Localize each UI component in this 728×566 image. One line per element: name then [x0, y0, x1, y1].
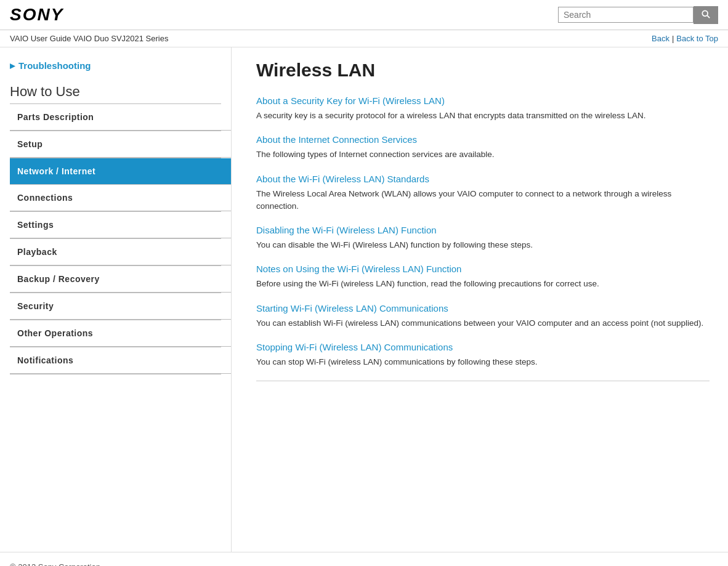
- sidebar-item-parts-description[interactable]: Parts Description: [10, 104, 231, 131]
- nav-links: Back | Back to Top: [652, 34, 718, 43]
- section-link-2[interactable]: About the Wi-Fi (Wireless LAN) Standards: [256, 174, 710, 184]
- section-desc-2: The Wireless Local Area Network (WLAN) a…: [256, 188, 710, 213]
- section-entry-5: Starting Wi-Fi (Wireless LAN) Communicat…: [256, 303, 710, 329]
- section-entry-6: Stopping Wi-Fi (Wireless LAN) Communicat…: [256, 342, 710, 368]
- svg-point-0: [702, 10, 708, 16]
- sidebar-item-backup-recovery[interactable]: Backup / Recovery: [10, 266, 231, 293]
- footer: © 2012 Sony Corporation: [0, 552, 728, 566]
- section-link-3[interactable]: Disabling the Wi-Fi (Wireless LAN) Funct…: [256, 225, 710, 235]
- copyright-text: © 2012 Sony Corporation: [10, 562, 100, 566]
- content-bottom-divider: [256, 381, 710, 381]
- search-area: [558, 6, 718, 24]
- sidebar-divider-9: [10, 374, 221, 374]
- section-desc-5: You can establish Wi-Fi (wireless LAN) c…: [256, 317, 710, 329]
- section-link-4[interactable]: Notes on Using the Wi-Fi (Wireless LAN) …: [256, 264, 710, 274]
- svg-line-1: [707, 15, 710, 18]
- section-entry-4: Notes on Using the Wi-Fi (Wireless LAN) …: [256, 264, 710, 290]
- section-entry-0: About a Security Key for Wi-Fi (Wireless…: [256, 95, 710, 122]
- sidebar-item-connections[interactable]: Connections: [10, 185, 231, 211]
- page-title: Wireless LAN: [256, 60, 710, 81]
- back-to-top-link[interactable]: Back to Top: [676, 34, 718, 43]
- sidebar-item-security[interactable]: Security: [10, 293, 231, 320]
- sidebar-item-other-operations[interactable]: Other Operations: [10, 320, 231, 347]
- sidebar: ▸ Troubleshooting How to Use Parts Descr…: [0, 47, 232, 552]
- breadcrumb-bar: VAIO User Guide VAIO Duo SVJ2021 Series …: [0, 30, 728, 47]
- breadcrumb-text: VAIO User Guide VAIO Duo SVJ2021 Series: [10, 34, 168, 43]
- sidebar-items: Parts DescriptionSetupNetwork / Internet…: [10, 104, 231, 374]
- search-icon: [702, 10, 710, 18]
- section-link-5[interactable]: Starting Wi-Fi (Wireless LAN) Communicat…: [256, 303, 710, 313]
- section-link-0[interactable]: About a Security Key for Wi-Fi (Wireless…: [256, 95, 710, 106]
- main-layout: ▸ Troubleshooting How to Use Parts Descr…: [0, 47, 728, 552]
- section-desc-1: The following types of Internet connecti…: [256, 148, 710, 161]
- sections-container: About a Security Key for Wi-Fi (Wireless…: [256, 95, 710, 368]
- sony-logo: SONY: [10, 5, 63, 25]
- nav-separator: |: [672, 34, 674, 43]
- troubleshooting-link[interactable]: ▸ Troubleshooting: [10, 60, 231, 71]
- section-desc-6: You can stop Wi-Fi (wireless LAN) commun…: [256, 356, 710, 368]
- search-button[interactable]: [694, 6, 718, 24]
- header: SONY: [0, 0, 728, 30]
- sidebar-item-settings[interactable]: Settings: [10, 212, 231, 238]
- sidebar-item-network-internet[interactable]: Network / Internet: [10, 158, 231, 185]
- section-desc-0: A security key is a security protocol fo…: [256, 110, 710, 122]
- sidebar-item-notifications[interactable]: Notifications: [10, 347, 231, 374]
- sidebar-item-setup[interactable]: Setup: [10, 131, 231, 158]
- back-link[interactable]: Back: [652, 34, 669, 43]
- how-to-use-title: How to Use: [10, 84, 231, 100]
- content-area: Wireless LAN About a Security Key for Wi…: [232, 47, 728, 552]
- troubleshooting-label: Troubleshooting: [18, 60, 91, 71]
- search-input[interactable]: [558, 7, 694, 23]
- section-entry-2: About the Wi-Fi (Wireless LAN) Standards…: [256, 174, 710, 213]
- section-desc-4: Before using the Wi-Fi (wireless LAN) fu…: [256, 278, 710, 290]
- section-entry-1: About the Internet Connection ServicesTh…: [256, 134, 710, 161]
- sidebar-item-playback[interactable]: Playback: [10, 239, 231, 265]
- section-desc-3: You can disable the Wi-Fi (Wireless LAN)…: [256, 239, 710, 251]
- section-entry-3: Disabling the Wi-Fi (Wireless LAN) Funct…: [256, 225, 710, 251]
- arrow-icon: ▸: [10, 60, 15, 71]
- section-link-1[interactable]: About the Internet Connection Services: [256, 134, 710, 145]
- section-link-6[interactable]: Stopping Wi-Fi (Wireless LAN) Communicat…: [256, 342, 710, 352]
